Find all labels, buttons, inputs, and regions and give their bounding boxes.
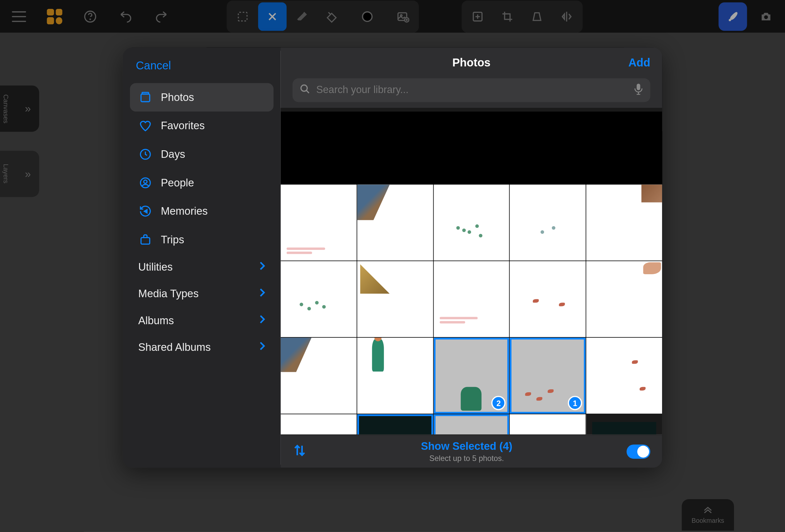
- sidebar-item-label: Trips: [161, 233, 184, 246]
- photo-thumbnail-selected[interactable]: 1: [510, 338, 586, 414]
- person-icon: [138, 176, 153, 190]
- photo-thumbnail-selected[interactable]: 2: [434, 338, 509, 414]
- sidebar-section-utilities[interactable]: Utilities: [130, 254, 274, 281]
- select-tool[interactable]: [228, 2, 257, 31]
- sidebar-item-favorites[interactable]: Favorites: [130, 111, 274, 140]
- chevrons-right-icon: »: [25, 168, 31, 180]
- picker-sidebar: Cancel Photos Favorites Days: [123, 47, 281, 467]
- photo-thumbnail[interactable]: [510, 414, 586, 434]
- sidebar-section-albums[interactable]: Albums: [130, 307, 274, 334]
- mic-icon[interactable]: [634, 83, 643, 97]
- sort-button[interactable]: [293, 443, 307, 460]
- add-button[interactable]: [463, 2, 492, 31]
- sidebar-section-shared-albums[interactable]: Shared Albums: [130, 334, 274, 361]
- transform-icon: [266, 10, 279, 23]
- layers-label: Layers: [2, 164, 9, 184]
- brush-icon: [726, 10, 739, 23]
- tool-group-right: [461, 0, 583, 32]
- photo-thumbnail[interactable]: [357, 338, 433, 414]
- cancel-button[interactable]: Cancel: [130, 57, 274, 75]
- selection-hint: Select up to 5 photos.: [307, 454, 627, 463]
- search-bar[interactable]: [293, 78, 650, 102]
- transform-tool[interactable]: [258, 2, 287, 31]
- search-input[interactable]: [316, 84, 628, 96]
- perspective-icon: [531, 10, 544, 23]
- photo-thumbnail[interactable]: [357, 261, 433, 337]
- show-selected-button[interactable]: Show Selected (4): [307, 440, 627, 452]
- eraser-tool[interactable]: [288, 2, 316, 31]
- logo-icon: [47, 8, 62, 24]
- photo-thumbnail[interactable]: [586, 338, 662, 414]
- color-picker[interactable]: [353, 2, 382, 31]
- sidebar-section-label: Albums: [138, 315, 174, 327]
- add-button[interactable]: Add: [629, 56, 651, 69]
- insert-image-button[interactable]: [388, 2, 417, 31]
- flip-button[interactable]: [552, 2, 581, 31]
- sidebar-item-label: Photos: [161, 91, 194, 104]
- svg-point-12: [144, 180, 147, 183]
- sidebar-item-trips[interactable]: Trips: [130, 226, 274, 254]
- undo-button[interactable]: [111, 2, 140, 31]
- camera-button[interactable]: [752, 2, 780, 31]
- photo-thumbnail[interactable]: [281, 261, 357, 337]
- options-toggle[interactable]: [627, 444, 650, 458]
- photo-thumbnail[interactable]: [434, 184, 509, 260]
- sidebar-section-label: Media Types: [138, 288, 199, 300]
- add-square-icon: [471, 10, 484, 23]
- crop-button[interactable]: [493, 2, 522, 31]
- bookmarks-button[interactable]: Bookmarks: [682, 499, 734, 531]
- sidebar-section-media-types[interactable]: Media Types: [130, 281, 274, 307]
- photo-thumbnail[interactable]: [281, 338, 357, 414]
- sidebar-item-people[interactable]: People: [130, 169, 274, 197]
- photo-thumbnail[interactable]: [281, 414, 357, 434]
- sidebar-item-days[interactable]: Days: [130, 140, 274, 169]
- picker-footer: Show Selected (4) Select up to 5 photos.: [281, 434, 662, 467]
- photo-thumbnail[interactable]: [434, 261, 509, 337]
- heart-icon: [138, 119, 153, 133]
- app-logo[interactable]: [41, 2, 69, 31]
- svg-point-1: [90, 19, 91, 19]
- picker-main: Photos Add: [281, 47, 662, 467]
- search-icon: [300, 84, 310, 97]
- photo-thumbnail-selected[interactable]: 4: [357, 414, 433, 434]
- photo-thumbnail[interactable]: [586, 414, 662, 434]
- perspective-button[interactable]: [523, 2, 551, 31]
- image-plus-icon: [397, 10, 410, 23]
- photos-picker-modal: Cancel Photos Favorites Days: [123, 47, 662, 467]
- help-button[interactable]: [76, 2, 104, 31]
- photo-thumbnail-selected[interactable]: 3: [434, 414, 509, 434]
- sidebar-item-photos[interactable]: Photos: [130, 83, 274, 112]
- picker-header: Photos Add: [281, 47, 662, 78]
- sidebar-section-label: Shared Albums: [138, 341, 211, 354]
- chevron-right-icon: [259, 288, 265, 300]
- top-toolbar: [0, 0, 785, 32]
- sidebar-item-label: Days: [161, 148, 185, 160]
- flip-icon: [560, 10, 573, 23]
- photo-thumbnail[interactable]: [281, 184, 357, 260]
- svg-point-14: [301, 85, 307, 92]
- chevron-right-icon: [259, 261, 265, 274]
- redo-button[interactable]: [147, 2, 176, 31]
- chevron-right-icon: [259, 315, 265, 327]
- help-icon: [84, 10, 97, 23]
- photo-thumbnail[interactable]: [586, 184, 662, 260]
- clock-icon: [138, 147, 153, 161]
- brush-tool[interactable]: [718, 2, 747, 31]
- selection-badge: 1: [568, 396, 582, 410]
- photo-thumbnail[interactable]: [357, 184, 433, 260]
- undo-icon: [119, 10, 132, 23]
- sidebar-item-memories[interactable]: Memories: [130, 197, 274, 226]
- photo-thumbnail[interactable]: [586, 261, 662, 337]
- layers-tab[interactable]: Layers »: [0, 151, 39, 197]
- canvases-tab[interactable]: Canvases »: [0, 85, 39, 132]
- picker-title: Photos: [452, 56, 490, 69]
- photo-thumbnail[interactable]: [510, 261, 586, 337]
- redo-icon: [155, 10, 168, 23]
- photo-thumbnail[interactable]: [510, 184, 586, 260]
- sidebar-item-label: Favorites: [161, 120, 205, 132]
- eraser-icon: [296, 10, 309, 23]
- fill-tool[interactable]: [318, 2, 346, 31]
- photo-grid[interactable]: 2 1 4 3: [281, 108, 662, 435]
- menu-button[interactable]: [5, 2, 33, 31]
- svg-rect-9: [142, 93, 149, 94]
